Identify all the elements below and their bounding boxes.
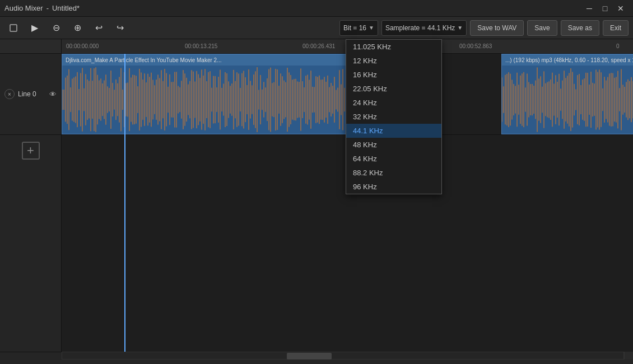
doc-name: Untitled* (52, 4, 80, 12)
bit-selector[interactable]: Bit = 16 ▼ (339, 20, 378, 36)
title-bar-title: Audio Mixer - Untitled* (4, 4, 80, 12)
add-track-icon[interactable]: + (22, 142, 40, 160)
title-separator: - (46, 4, 49, 12)
scrollbar-corner (624, 352, 633, 360)
track-label-header (0, 39, 62, 53)
bit-label: Bit = 16 (343, 24, 366, 32)
samplerate-option-32[interactable]: 32 KHz (346, 110, 441, 124)
samplerate-option-64[interactable]: 64 KHz (346, 152, 441, 166)
samplerate-option-441[interactable]: 44.1 KHz (346, 124, 441, 138)
save-wav-button[interactable]: Save to WAV (470, 20, 524, 36)
cursor-tool[interactable] (4, 20, 22, 36)
samplerate-dropdown-arrow: ▼ (457, 25, 463, 31)
track-label-line0: × Line 0 👁 (0, 54, 61, 135)
time-mark-2: 00:00:26.431 (302, 43, 335, 49)
maximize-button[interactable]: □ (597, 2, 613, 15)
h-scrollbar-thumb[interactable] (287, 353, 332, 360)
save-as-button[interactable]: Save as (561, 20, 599, 36)
track-labels: × Line 0 👁 + (0, 54, 62, 352)
zoom-in-button[interactable]: ⊕ (68, 20, 86, 36)
bit-dropdown-arrow: ▼ (369, 25, 374, 31)
samplerate-selector[interactable]: Samplerate = 44.1 KHz ▼ (381, 20, 467, 36)
track-clip-2[interactable]: ...) (192 kbps) mp3 (48kHz, 0.60 - 118.2… (501, 54, 633, 134)
window-controls: ─ □ ✕ (581, 2, 629, 15)
svg-rect-0 (10, 25, 17, 31)
samplerate-option-11025[interactable]: 11.025 KHz (346, 40, 441, 54)
time-mark-0: 00:00:00.000 (66, 43, 99, 49)
close-button[interactable]: ✕ (613, 2, 629, 15)
samplerate-option-24[interactable]: 24 KHz (346, 96, 441, 110)
time-mark-1: 00:00:13.215 (185, 43, 217, 49)
samplerate-option-96[interactable]: 96 KHz (346, 180, 441, 194)
samplerate-dropdown[interactable]: 11.025 KHz 12 KHz 16 KHz 22.05 KHz 24 KH… (346, 39, 442, 194)
timeline-header-row: 00:00:00.000 00:00:13.215 00:00:26.431 0… (0, 39, 633, 54)
app-name: Audio Mixer (4, 4, 43, 12)
undo-button[interactable]: ↩ (90, 20, 108, 36)
exit-button[interactable]: Exit (603, 20, 629, 36)
add-track-area[interactable]: + (0, 135, 61, 166)
time-mark-3: 00:00:52.863 (459, 43, 492, 49)
samplerate-option-882[interactable]: 88.2 KHz (346, 166, 441, 180)
mute-button-line0[interactable]: × (4, 89, 15, 99)
play-button[interactable]: ▶ (26, 20, 44, 36)
status-bar (0, 352, 633, 364)
visibility-button-line0[interactable]: 👁 (49, 90, 57, 99)
track-name-line0: Line 0 (18, 90, 46, 98)
samplerate-option-2205[interactable]: 22.05 KHz (346, 82, 441, 96)
title-bar: Audio Mixer - Untitled* ─ □ ✕ (0, 0, 633, 17)
redo-button[interactable]: ↪ (111, 20, 129, 36)
samplerate-option-16[interactable]: 16 KHz (346, 68, 441, 82)
playhead[interactable] (124, 54, 125, 352)
samplerate-option-48[interactable]: 48 KHz (346, 138, 441, 152)
tracks-container: × Line 0 👁 + Djliva.com_Make A Particle … (0, 54, 633, 352)
toolbar: ▶ ⊖ ⊕ ↩ ↪ Bit = 16 ▼ Samplerate = 44.1 K… (0, 17, 633, 39)
time-mark-4: 0 (616, 43, 620, 49)
save-button[interactable]: Save (527, 20, 557, 36)
clip-2-header: ...) (192 kbps) mp3 (48kHz, 0.60 - 118.2… (502, 54, 633, 66)
toolbar-right: Bit = 16 ▼ Samplerate = 44.1 KHz ▼ Save … (339, 20, 629, 36)
samplerate-option-12[interactable]: 12 KHz (346, 54, 441, 68)
zoom-out-button[interactable]: ⊖ (47, 20, 65, 36)
samplerate-label: Samplerate = 44.1 KHz (385, 24, 455, 32)
minimize-button[interactable]: ─ (581, 2, 597, 15)
